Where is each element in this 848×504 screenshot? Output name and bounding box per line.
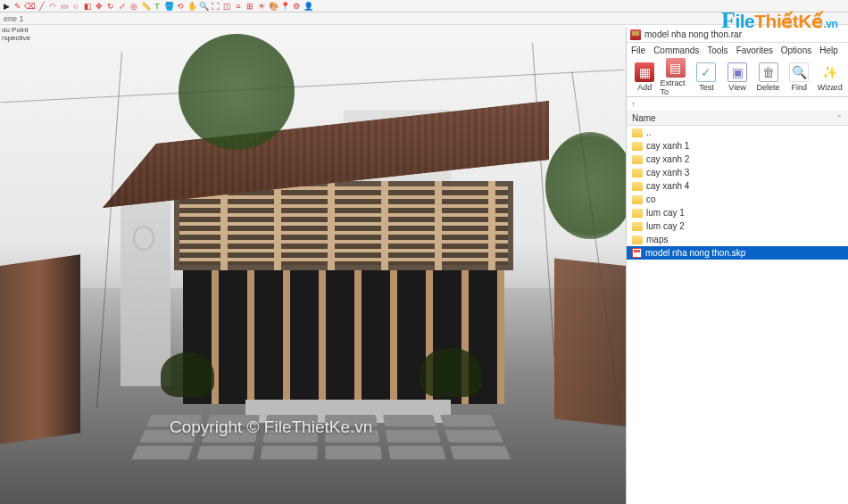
tool-label: Delete xyxy=(757,83,780,92)
folder-icon xyxy=(632,128,643,137)
layer-icon[interactable]: ≡ xyxy=(234,2,243,11)
pointer-icon[interactable]: ▶ xyxy=(2,2,11,11)
paint-icon[interactable]: 🪣 xyxy=(164,2,173,11)
column-name: Name xyxy=(632,113,656,123)
position-icon[interactable]: 📍 xyxy=(280,2,289,11)
tool-test[interactable]: ✓Test xyxy=(691,61,722,94)
pencil-icon[interactable]: ✎ xyxy=(13,2,22,11)
tool-label: Find xyxy=(791,83,807,92)
text-icon[interactable]: T xyxy=(153,2,162,11)
tool-wizard[interactable]: ✨Wizard xyxy=(814,61,845,94)
find-icon: 🔍 xyxy=(789,62,809,82)
winrar-window: model nha nong thon.rar File Commands To… xyxy=(626,27,848,504)
plugin-icon[interactable]: ⚙ xyxy=(292,2,301,11)
file-name: model nha nong thon.skp xyxy=(645,248,745,258)
folder-icon xyxy=(632,209,643,218)
file-name: cay xanh 1 xyxy=(646,141,689,151)
tree-right xyxy=(545,132,626,239)
sort-arrow-icon: ⌃ xyxy=(836,114,843,122)
right-brick-wall xyxy=(554,259,626,426)
paving-grid xyxy=(131,415,512,461)
bush-right xyxy=(420,348,482,397)
zoom-icon[interactable]: 🔍 xyxy=(199,2,208,11)
list-item[interactable]: maps xyxy=(627,233,848,246)
tool-label: Extract To xyxy=(661,78,692,96)
winrar-toolbar: ▦Add▤Extract To✓Test▣View🗑Delete🔍Find✨Wi… xyxy=(627,57,848,97)
folder-icon xyxy=(632,169,643,178)
view-icon: ▣ xyxy=(727,62,747,82)
list-item[interactable]: cay xanh 2 xyxy=(627,153,848,166)
move-icon[interactable]: ✥ xyxy=(95,2,104,11)
up-arrow-icon[interactable]: ↑ xyxy=(631,99,636,109)
tool-delete[interactable]: 🗑Delete xyxy=(752,61,784,94)
list-item[interactable]: lum cay 1 xyxy=(627,206,848,219)
column-header[interactable]: Name ⌃ xyxy=(627,112,848,126)
file-name: maps xyxy=(646,235,668,244)
tree-center xyxy=(179,34,295,150)
file-name: .. xyxy=(646,128,652,137)
scale-icon[interactable]: ⤢ xyxy=(118,2,127,11)
menu-favorites[interactable]: Favorites xyxy=(736,45,773,55)
menu-tools[interactable]: Tools xyxy=(707,45,727,55)
file-list[interactable]: ..cay xanh 1cay xanh 2cay xanh 3cay xanh… xyxy=(627,126,848,260)
extract-to-icon: ▤ xyxy=(666,58,686,78)
list-item[interactable]: model nha nong thon.skp xyxy=(627,246,848,260)
folder-icon xyxy=(632,142,643,151)
pan-icon[interactable]: ✋ xyxy=(187,2,196,11)
outliner-icon[interactable]: ⊞ xyxy=(245,2,254,11)
file-name: co xyxy=(646,194,656,204)
tool-add[interactable]: ▦Add xyxy=(629,61,661,94)
list-item[interactable]: cay xanh 1 xyxy=(627,139,848,153)
folder-icon xyxy=(632,235,643,244)
eraser-icon[interactable]: ⌫ xyxy=(25,2,34,11)
line-icon[interactable]: ╱ xyxy=(37,2,46,11)
menu-file[interactable]: File xyxy=(631,45,645,55)
folder-icon xyxy=(632,195,643,204)
wizard-icon: ✨ xyxy=(820,62,840,82)
file-name: lum cay 1 xyxy=(646,208,685,218)
menu-options[interactable]: Options xyxy=(781,45,811,55)
menu-help[interactable]: Help xyxy=(819,45,838,55)
shadow-icon[interactable]: ☀ xyxy=(257,2,266,11)
list-item[interactable]: .. xyxy=(627,126,848,139)
person-icon[interactable]: 👤 xyxy=(303,2,312,11)
tool-label: Add xyxy=(637,83,652,92)
file-name: cay xanh 3 xyxy=(646,168,689,178)
winrar-path-bar[interactable]: ↑ xyxy=(627,97,848,112)
tool-view[interactable]: ▣View xyxy=(722,61,753,94)
rect-icon[interactable]: ▭ xyxy=(60,2,69,11)
rar-icon xyxy=(630,29,641,40)
tool-label: View xyxy=(728,83,745,92)
menu-commands[interactable]: Commands xyxy=(653,45,699,55)
section-icon[interactable]: ◫ xyxy=(222,2,231,11)
folder-icon xyxy=(632,155,643,164)
list-item[interactable]: lum cay 2 xyxy=(627,219,848,233)
offset-icon[interactable]: ◎ xyxy=(129,2,138,11)
list-item[interactable]: co xyxy=(627,193,848,206)
viewport-3d[interactable]: do Point rspective Copyright © FileThiet… xyxy=(0,25,626,504)
render-scene xyxy=(0,25,626,504)
tool-extract-to[interactable]: ▤Extract To xyxy=(661,56,692,98)
style-icon[interactable]: 🎨 xyxy=(269,2,278,11)
orbit-icon[interactable]: ⟲ xyxy=(176,2,185,11)
file-name: lum cay 2 xyxy=(646,221,685,231)
file-name: cay xanh 4 xyxy=(646,181,689,191)
tape-icon[interactable]: 📏 xyxy=(141,2,150,11)
delete-icon: 🗑 xyxy=(759,62,778,82)
circle-icon[interactable]: ○ xyxy=(71,2,80,11)
test-icon: ✓ xyxy=(696,62,716,82)
tool-label: Test xyxy=(699,83,714,92)
folder-icon xyxy=(632,222,643,231)
folder-icon xyxy=(632,182,643,191)
list-item[interactable]: cay xanh 4 xyxy=(627,179,848,193)
list-item[interactable]: cay xanh 3 xyxy=(627,166,848,179)
bush-left xyxy=(161,352,214,397)
scene-tab[interactable]: ene 1 xyxy=(4,14,24,23)
tool-find[interactable]: 🔍Find xyxy=(784,61,815,94)
zoomext-icon[interactable]: ⛶ xyxy=(211,2,220,11)
push-icon[interactable]: ◧ xyxy=(83,2,92,11)
skp-icon xyxy=(632,248,642,258)
rotate-icon[interactable]: ↻ xyxy=(106,2,115,11)
arc-icon[interactable]: ◠ xyxy=(48,2,57,11)
brand-logo: FileThiếtKế.vn xyxy=(721,7,846,29)
